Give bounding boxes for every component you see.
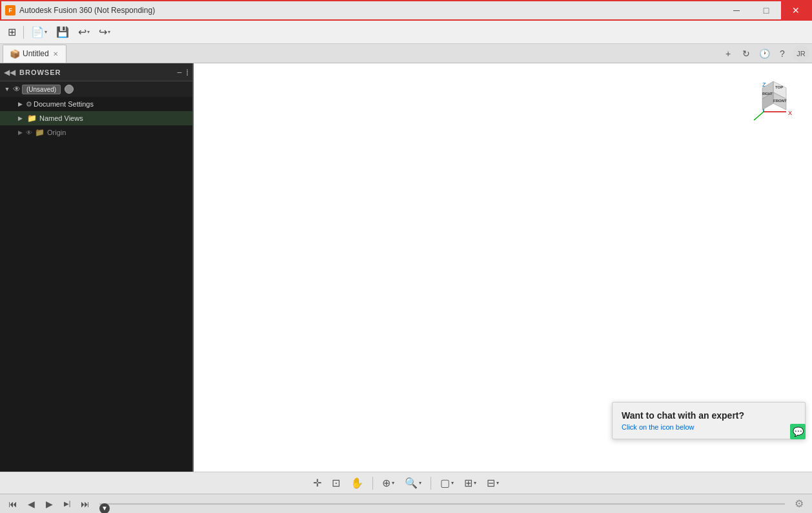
- chat-popup-title: Want to chat with an expert?: [622, 410, 796, 421]
- timeline-marker[interactable]: ▼: [99, 503, 110, 514]
- canvas-area[interactable]: Z X TOP FRONT RIGHT Wa: [194, 63, 812, 472]
- redo-icon: ↪: [99, 26, 107, 38]
- bottom-sep-2: [431, 477, 431, 490]
- tab-actions: + ↻ 🕐 ? JR: [720, 45, 809, 62]
- save-button[interactable]: 💾: [52, 23, 73, 41]
- window-controls: ─ □ ✕: [722, 0, 811, 21]
- folder-icon: 📁: [27, 114, 37, 123]
- file-icon: 📄: [31, 26, 44, 38]
- zoom-fit-button[interactable]: 🔍 ▾: [401, 475, 425, 492]
- close-button[interactable]: ✕: [781, 0, 811, 21]
- add-tab-button[interactable]: +: [720, 46, 736, 61]
- timeline-bar: ⏮ ◀ ▶ ▶| ⏭ ▼ ⚙: [0, 494, 812, 513]
- browser-pipe-button[interactable]: ⁞: [186, 67, 188, 78]
- tree-label: Origin: [47, 129, 66, 136]
- timeline-prev-button[interactable]: ◀: [23, 496, 39, 512]
- maximize-button[interactable]: □: [751, 0, 781, 21]
- help-button[interactable]: ?: [775, 46, 790, 61]
- display-arrow: ▾: [451, 480, 454, 486]
- toolbar-separator-1: [23, 26, 24, 39]
- eye-slash-icon: 👁: [26, 129, 32, 136]
- tab-icon: 📦: [10, 49, 20, 59]
- pan-button[interactable]: ✋: [347, 475, 367, 492]
- bottom-sep-1: [372, 477, 373, 490]
- bottom-toolbar: ✛ ⊡ ✋ ⊕ ▾ 🔍 ▾ ▢ ▾ ⊞ ▾ ⊟ ▾: [0, 472, 812, 494]
- view-cube-svg: Z X TOP FRONT RIGHT: [751, 76, 799, 125]
- tab-untitled[interactable]: 📦 Untitled ✕: [3, 45, 66, 63]
- snap-icon: ⊟: [487, 477, 495, 489]
- svg-text:TOP: TOP: [775, 85, 783, 89]
- expand-icon[interactable]: ▶: [15, 115, 25, 121]
- browser-title: BROWSER: [19, 68, 173, 76]
- tab-title: Untitled: [23, 49, 49, 58]
- timeline-next-button[interactable]: ▶|: [59, 496, 75, 512]
- expand-icon[interactable]: ▶: [15, 101, 25, 107]
- tab-close-button[interactable]: ✕: [52, 50, 59, 58]
- grid-arrow: ▾: [474, 480, 476, 486]
- timeline-first-button[interactable]: ⏮: [5, 496, 21, 512]
- file-arrow-icon: ▾: [45, 29, 47, 35]
- browser-collapse-button[interactable]: ◀◀: [4, 68, 15, 77]
- title-bar: F Autodesk Fusion 360 (Not Responding) ─…: [0, 0, 812, 21]
- chat-popup: Want to chat with an expert? Click on th…: [612, 402, 806, 439]
- tree-label: Named Views: [39, 114, 83, 122]
- visibility-icon[interactable]: 👁: [13, 85, 21, 94]
- display-button[interactable]: ▢ ▾: [436, 475, 458, 492]
- display-icon: ▢: [440, 477, 450, 489]
- timeline-play-button[interactable]: ▶: [41, 496, 57, 512]
- window-icon: ⊡: [332, 477, 340, 489]
- timeline-last-button[interactable]: ⏭: [77, 496, 93, 512]
- svg-text:X: X: [788, 110, 792, 116]
- grid-button[interactable]: ⊞ ▾: [460, 475, 480, 492]
- clock-button[interactable]: 🕐: [756, 46, 772, 61]
- chat-popup-text: Click on the icon below: [622, 423, 796, 431]
- record-button[interactable]: [65, 85, 74, 94]
- refresh-button[interactable]: ↻: [738, 46, 754, 61]
- view-cube[interactable]: Z X TOP FRONT RIGHT: [751, 76, 799, 125]
- browser-content: ▼ 👁 (Unsaved) ▶ ⚙ Document Settings ▶ 📁 …: [0, 81, 192, 472]
- zoom-window-arrow: ▾: [392, 480, 394, 486]
- zoom-fit-arrow: ▾: [419, 480, 421, 486]
- move-icon: ✛: [313, 477, 321, 489]
- undo-button[interactable]: ↩ ▾: [74, 23, 94, 41]
- tree-label: Document Settings: [34, 100, 94, 108]
- move-button[interactable]: ✛: [309, 475, 325, 492]
- svg-text:RIGHT: RIGHT: [762, 92, 773, 96]
- svg-line-2: [754, 112, 764, 120]
- title-bar-text: Autodesk Fusion 360 (Not Responding): [19, 6, 722, 15]
- tree-item-document-settings[interactable]: ▶ ⚙ Document Settings: [0, 97, 192, 111]
- timeline-track: ▼: [99, 503, 785, 505]
- snap-button[interactable]: ⊟ ▾: [483, 475, 503, 492]
- minimize-button[interactable]: ─: [722, 0, 751, 21]
- grid-icon: ⊞: [8, 26, 16, 38]
- chat-icon[interactable]: 💬: [790, 424, 806, 439]
- tree-root-item[interactable]: ▼ 👁 (Unsaved): [0, 81, 192, 97]
- file-button[interactable]: 📄 ▾: [27, 23, 51, 41]
- zoom-window-icon: ⊕: [382, 477, 391, 489]
- tab-bar: 📦 Untitled ✕ + ↻ 🕐 ? JR: [0, 44, 812, 63]
- zoom-fit-icon: 🔍: [405, 477, 418, 489]
- tree-expand-icon[interactable]: ▼: [3, 86, 12, 92]
- tree-item-origin[interactable]: ▶ 👁 📁 Origin: [0, 125, 192, 140]
- redo-arrow-icon: ▾: [108, 29, 110, 35]
- main-area: ◀◀ BROWSER − ⁞ ▼ 👁 (Unsaved) ▶ ⚙ Documen…: [0, 63, 812, 472]
- undo-icon: ↩: [78, 26, 86, 38]
- sidebar-resize-handle[interactable]: [190, 63, 194, 472]
- redo-button[interactable]: ↪ ▾: [95, 23, 114, 41]
- window-button[interactable]: ⊡: [328, 475, 344, 492]
- snap-arrow: ▾: [496, 480, 499, 486]
- save-icon: 💾: [56, 26, 69, 38]
- undo-arrow-icon: ▾: [87, 29, 90, 35]
- sidebar: ◀◀ BROWSER − ⁞ ▼ 👁 (Unsaved) ▶ ⚙ Documen…: [0, 63, 194, 472]
- expand-icon[interactable]: ▶: [15, 129, 25, 136]
- unsaved-badge: (Unsaved): [22, 85, 61, 94]
- toolbar: ⊞ 📄 ▾ 💾 ↩ ▾ ↪ ▾: [0, 21, 812, 44]
- grid-button[interactable]: ⊞: [4, 23, 20, 41]
- browser-minus-button[interactable]: −: [177, 67, 182, 78]
- zoom-window-button[interactable]: ⊕ ▾: [378, 475, 398, 492]
- app-icon: F: [5, 5, 15, 16]
- tree-item-named-views[interactable]: ▶ 📁 Named Views: [0, 111, 192, 125]
- timeline-settings-button[interactable]: ⚙: [791, 496, 807, 512]
- user-button[interactable]: JR: [793, 45, 809, 62]
- browser-header: ◀◀ BROWSER − ⁞: [0, 63, 192, 81]
